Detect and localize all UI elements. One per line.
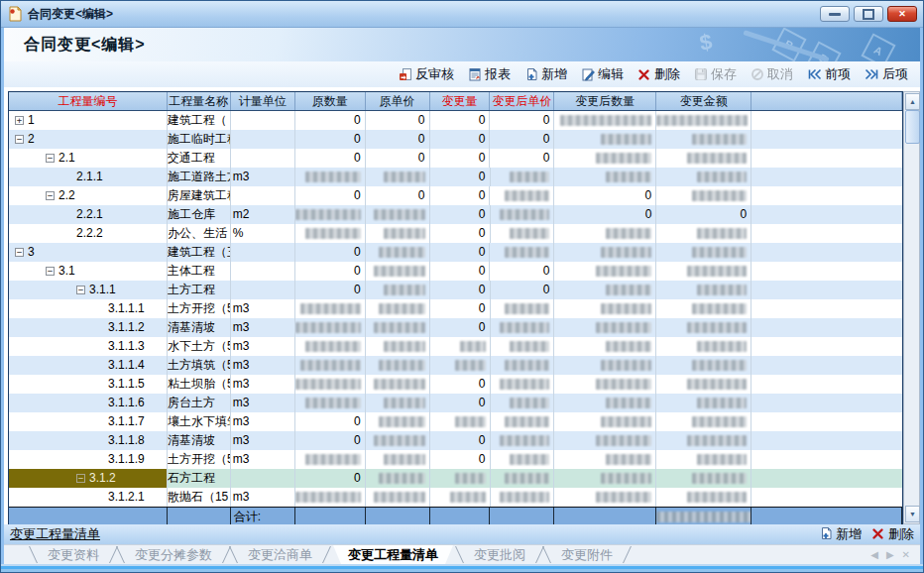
value-cell: [656, 243, 751, 262]
collapse-icon[interactable]: −: [15, 135, 24, 144]
value-cell: 0: [430, 149, 491, 168]
value-cell: 0: [295, 262, 366, 281]
value-cell: 0: [430, 111, 491, 130]
column-header[interactable]: 工程量名称: [168, 92, 231, 110]
value-cell: [656, 318, 751, 337]
prev-tab-icon[interactable]: ◀: [870, 549, 878, 560]
column-header[interactable]: 原数量: [295, 92, 366, 110]
table-row[interactable]: 3.1.1.8清基清坡m300: [9, 431, 902, 450]
value-cell: 0: [430, 318, 491, 337]
toolbar-button-prev-item[interactable]: 前项: [801, 62, 857, 86]
censored-value: [374, 266, 425, 277]
restore-button[interactable]: [854, 6, 883, 22]
table-row[interactable]: −2.1交通工程0000: [9, 149, 902, 168]
censored-value: [505, 416, 549, 427]
toolbar-button-next-item[interactable]: 后项: [859, 62, 914, 86]
table-row[interactable]: 2.2.1施工仓库m2000: [9, 205, 902, 224]
table-row[interactable]: +1建筑工程（0000: [9, 111, 902, 130]
column-header[interactable]: 变更量: [430, 92, 491, 110]
name-cell: 土方工程: [168, 281, 231, 299]
table-row[interactable]: −3.1.2石方工程0: [9, 469, 902, 488]
table-row[interactable]: −3.1.1土方工程000: [9, 281, 902, 299]
tab-变更洽商单[interactable]: 变更洽商单: [233, 545, 327, 564]
table-row[interactable]: 3.1.1.1土方开挖（5m30: [9, 299, 902, 318]
toolbar-button-delete-x[interactable]: 删除: [632, 62, 686, 86]
empty-cell: [751, 318, 902, 337]
scroll-up-button[interactable]: ▲: [905, 93, 920, 110]
value-cell: 0: [430, 299, 491, 318]
next-tab-icon[interactable]: ▶: [886, 549, 894, 560]
censored-value: [379, 303, 425, 314]
subbar-button-add-doc[interactable]: 新增: [819, 525, 862, 543]
toolbar-button-anti-audit[interactable]: 反审核: [393, 62, 460, 86]
table-row[interactable]: 3.1.1.5粘土坝胎（5m30: [9, 375, 902, 394]
table-row[interactable]: 3.1.1.9土方开挖（5m30: [9, 450, 902, 469]
table-row[interactable]: 3.1.1.2清基清坡m30: [9, 318, 902, 337]
censored-value: [384, 228, 425, 239]
toolbar-button-report[interactable]: 报表: [462, 62, 517, 86]
censored-total: [656, 512, 751, 522]
app-window: 合同变更<编辑> ✕ 合同变更<编辑> $ B D A 反审核报表新增编辑删除保…: [0, 0, 924, 573]
table-row[interactable]: 3.1.1.7壤土水下填筑m30: [9, 412, 902, 431]
toolbar-button-edit-doc[interactable]: 编辑: [575, 62, 630, 86]
table-row[interactable]: 3.1.1.3水下土方（5m3: [9, 337, 902, 356]
tab-变更附件[interactable]: 变更附件: [546, 545, 628, 564]
toolbar-button-label: 删除: [654, 65, 680, 83]
censored-value: [374, 322, 425, 333]
tab-变更批阅[interactable]: 变更批阅: [459, 545, 540, 564]
column-header[interactable]: [751, 92, 902, 110]
table-row[interactable]: 2.2.2办公、生活%0: [9, 224, 902, 243]
value-cell: 0: [430, 186, 491, 205]
column-header[interactable]: 变更后数量: [554, 92, 656, 110]
censored-value: [505, 247, 549, 258]
column-header[interactable]: 变更金额: [656, 92, 751, 110]
table-row[interactable]: 3.1.1.4土方填筑（5m3: [9, 356, 902, 375]
table-row[interactable]: −2.2房屋建筑工程0000: [9, 186, 902, 205]
toolbar: 反审核报表新增编辑删除保存取消前项后项: [4, 61, 920, 87]
value-cell: [656, 356, 751, 375]
collapse-icon[interactable]: −: [46, 267, 55, 276]
column-header[interactable]: 变更后单价: [490, 92, 554, 110]
column-header[interactable]: 工程量编号: [9, 92, 168, 110]
key-a-icon: A: [861, 33, 895, 61]
table-row[interactable]: −3.1主体工程000: [9, 262, 902, 281]
table-row[interactable]: 2.1.1施工道路土方m30: [9, 168, 902, 186]
value-cell: [554, 262, 656, 281]
collapse-icon[interactable]: −: [15, 248, 24, 257]
censored-value: [601, 360, 651, 371]
close-tab-icon[interactable]: ✕: [902, 549, 910, 560]
table-row[interactable]: −3建筑工程（三00: [9, 243, 902, 262]
collapse-icon[interactable]: −: [46, 154, 55, 163]
column-header[interactable]: 原单价: [366, 92, 430, 110]
censored-value: [305, 454, 361, 465]
table-row[interactable]: 3.1.2.1散抛石（15m3: [9, 488, 902, 507]
tab-变更工程量清单[interactable]: 变更工程量清单: [333, 545, 453, 564]
toolbar-button-save-disk[interactable]: 保存: [688, 62, 743, 86]
empty-cell: [751, 469, 902, 488]
censored-value: [505, 303, 549, 314]
column-header[interactable]: 计量单位: [231, 92, 295, 110]
empty-cell: [751, 262, 902, 281]
expand-icon[interactable]: +: [15, 116, 24, 125]
value-cell: [491, 450, 555, 469]
tab-变更资料[interactable]: 变更资料: [33, 545, 114, 564]
scroll-down-button[interactable]: ▼: [905, 506, 920, 522]
close-button[interactable]: ✕: [887, 6, 917, 22]
unit-cell: m3: [231, 431, 295, 450]
minimize-button[interactable]: [820, 6, 850, 22]
toolbar-button-add-doc[interactable]: 新增: [519, 62, 573, 86]
vertical-scrollbar[interactable]: ▲ ▼: [903, 91, 920, 524]
table-row[interactable]: 3.1.1.6房台土方m30: [9, 394, 902, 412]
collapse-icon[interactable]: −: [76, 286, 85, 294]
toolbar-button-cancel-slash[interactable]: 取消: [745, 62, 799, 86]
tab-变更分摊参数[interactable]: 变更分摊参数: [120, 545, 227, 564]
collapse-icon[interactable]: −: [46, 191, 55, 200]
table-row[interactable]: −2施工临时工程0000: [9, 130, 902, 149]
subbar-button-delete-x[interactable]: 删除: [871, 525, 914, 543]
value-cell: [366, 469, 430, 488]
unit-cell: m3: [231, 299, 295, 318]
scrollbar-thumb[interactable]: [905, 110, 920, 144]
row-id: 2.1: [58, 149, 75, 168]
collapse-icon[interactable]: −: [76, 474, 85, 483]
tree-cell: −2: [9, 130, 168, 149]
